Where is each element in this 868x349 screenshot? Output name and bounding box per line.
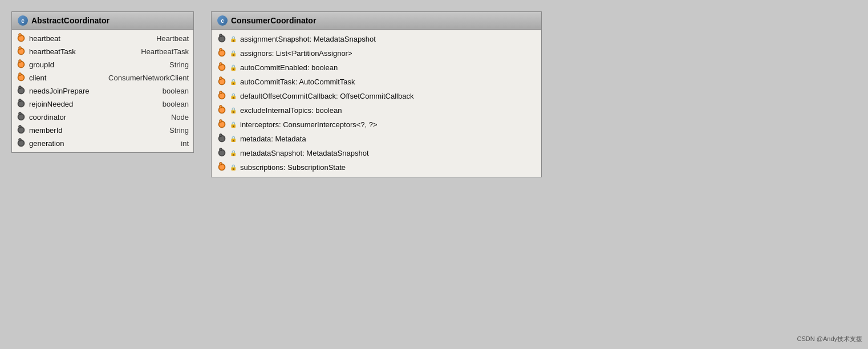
svg-point-75 xyxy=(220,163,222,165)
field-name-label: heartbeatTask xyxy=(29,47,76,56)
svg-point-33 xyxy=(19,141,24,146)
svg-point-19 xyxy=(19,87,21,88)
consumer-field-name-label: subscriptions: SubscriptionState xyxy=(240,163,346,172)
field-name-label: client xyxy=(29,74,46,82)
field-icon xyxy=(217,162,226,173)
field-icon xyxy=(17,86,26,96)
abstract-field-row: memberIdString xyxy=(12,124,193,137)
field-left: heartbeat xyxy=(17,33,60,44)
svg-point-71 xyxy=(220,149,222,151)
field-name-label: generation xyxy=(29,139,64,148)
svg-point-63 xyxy=(220,120,222,122)
field-icon xyxy=(217,34,226,44)
field-name-label: heartbeat xyxy=(29,34,60,43)
svg-point-73 xyxy=(220,165,225,170)
field-icon xyxy=(217,119,226,130)
field-left: memberId xyxy=(17,125,63,136)
abstract-coordinator-box: c AbstractCoordinator heartbeatHeartbeat… xyxy=(11,11,194,153)
svg-point-17 xyxy=(19,88,24,94)
field-icon xyxy=(17,72,26,83)
consumer-field-row: 🔒excludeInternalTopics: boolean xyxy=(212,103,541,117)
consumer-coordinator-header: c ConsumerCoordinator xyxy=(212,12,541,30)
consumer-field-row: 🔒autoCommitEnabled: boolean xyxy=(212,60,541,75)
field-icon xyxy=(217,148,226,159)
consumer-field-row: 🔒assignors: List<PartitionAssignor> xyxy=(212,46,541,60)
svg-point-27 xyxy=(19,113,21,115)
abstract-coordinator-body: heartbeatHeartbeat heartbeatTaskHeartbea… xyxy=(12,30,193,152)
field-type-label: String xyxy=(169,60,189,69)
consumer-field-name-label: metadata: Metadata xyxy=(240,135,306,143)
field-icon xyxy=(17,59,26,70)
field-name-label: coordinator xyxy=(29,113,66,121)
svg-point-57 xyxy=(220,108,225,113)
svg-point-7 xyxy=(19,47,21,49)
consumer-field-row: 🔒subscriptions: SubscriptionState xyxy=(212,160,541,174)
lock-icon: 🔒 xyxy=(230,36,237,42)
consumer-field-name-label: interceptors: ConsumerInterceptors<?, ?> xyxy=(240,120,378,129)
abstract-coordinator-header-icon: c xyxy=(18,15,28,26)
svg-point-37 xyxy=(220,36,225,42)
svg-point-23 xyxy=(19,100,21,102)
field-left: client xyxy=(17,72,46,83)
svg-point-5 xyxy=(19,49,24,54)
watermark: CSDN @Andy技术支援 xyxy=(797,335,862,343)
svg-point-41 xyxy=(220,51,225,56)
abstract-field-row: clientConsumerNetworkClient xyxy=(12,71,193,84)
svg-point-49 xyxy=(220,79,225,84)
consumer-coordinator-title: ConsumerCoordinator xyxy=(231,16,316,25)
consumer-field-name-label: assignmentSnapshot: MetadataSnapshot xyxy=(240,35,376,43)
abstract-field-row: heartbeatHeartbeat xyxy=(12,32,193,45)
field-type-label: Heartbeat xyxy=(156,34,189,43)
field-icon xyxy=(17,138,26,149)
lock-icon: 🔒 xyxy=(230,150,237,156)
lock-icon: 🔒 xyxy=(230,50,237,56)
lock-icon: 🔒 xyxy=(230,64,237,71)
field-name-label: memberId xyxy=(29,126,63,135)
field-icon xyxy=(217,133,226,144)
field-icon xyxy=(217,62,226,73)
consumer-field-row: 🔒defaultOffsetCommitCallback: OffsetComm… xyxy=(212,89,541,103)
svg-point-69 xyxy=(220,151,225,156)
lock-icon: 🔒 xyxy=(230,121,237,128)
svg-point-45 xyxy=(220,65,225,70)
field-type-label: int xyxy=(181,139,189,148)
abstract-field-row: heartbeatTaskHeartbeatTask xyxy=(12,45,193,58)
field-name-label: rejoinNeeded xyxy=(29,100,73,108)
field-icon xyxy=(17,33,26,44)
field-type-label: Node xyxy=(171,113,189,121)
consumer-field-name-label: excludeInternalTopics: boolean xyxy=(240,106,342,115)
field-icon xyxy=(217,105,226,116)
field-name-label: groupId xyxy=(29,60,54,69)
field-type-label: boolean xyxy=(163,100,189,108)
svg-point-21 xyxy=(19,102,24,107)
field-left: heartbeatTask xyxy=(17,46,76,57)
svg-point-25 xyxy=(19,115,24,120)
consumer-coordinator-header-icon: c xyxy=(217,15,228,26)
svg-point-53 xyxy=(220,94,225,99)
consumer-field-row: 🔒metadataSnapshot: MetadataSnapshot xyxy=(212,146,541,160)
consumer-coordinator-body: 🔒assignmentSnapshot: MetadataSnapshot 🔒a… xyxy=(212,30,541,177)
svg-point-39 xyxy=(220,35,222,36)
abstract-field-row: generationint xyxy=(12,137,193,150)
lock-icon: 🔒 xyxy=(230,79,237,85)
svg-point-35 xyxy=(19,139,21,141)
field-icon xyxy=(17,125,26,136)
consumer-field-name-label: assignors: List<PartitionAssignor> xyxy=(240,49,352,58)
field-icon xyxy=(217,76,226,87)
svg-point-43 xyxy=(220,49,222,51)
abstract-field-row: needsJoinPrepareboolean xyxy=(12,84,193,98)
consumer-field-row: 🔒assignmentSnapshot: MetadataSnapshot xyxy=(212,32,541,46)
abstract-coordinator-title: AbstractCoordinator xyxy=(31,16,109,25)
svg-point-3 xyxy=(19,34,21,36)
svg-point-51 xyxy=(220,78,222,79)
field-left: generation xyxy=(17,138,64,149)
consumer-field-name-label: metadataSnapshot: MetadataSnapshot xyxy=(240,149,369,157)
field-icon xyxy=(17,46,26,57)
svg-point-67 xyxy=(220,135,222,136)
consumer-field-row: 🔒metadata: Metadata xyxy=(212,132,541,146)
abstract-coordinator-header: c AbstractCoordinator xyxy=(12,12,193,30)
field-type-label: HeartbeatTask xyxy=(141,47,189,56)
field-left: coordinator xyxy=(17,112,66,123)
consumer-coordinator-box: c ConsumerCoordinator 🔒assignmentSnapsho… xyxy=(211,11,542,177)
lock-icon: 🔒 xyxy=(230,136,237,142)
